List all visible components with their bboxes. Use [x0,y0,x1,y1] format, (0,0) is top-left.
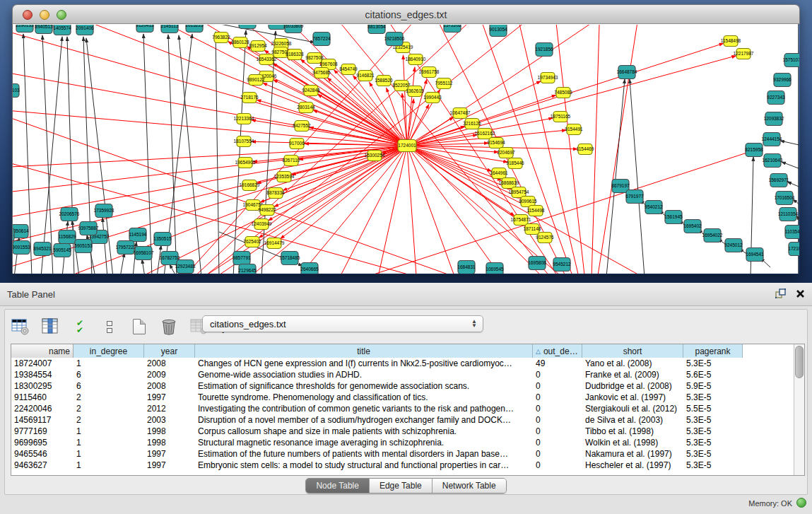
network-node-teal[interactable]: 9540212 [645,201,663,214]
network-node-yellow[interactable]: 7485083 [554,88,572,98]
float-window-icon[interactable] [775,288,786,302]
network-node-yellow[interactable]: 9890122 [247,75,265,86]
network-node-yellow[interactable]: 2803144 [297,103,315,113]
network-node-teal[interactable]: 9245012 [724,239,743,252]
network-node-yellow[interactable]: 3216126 [463,119,481,129]
network-edge[interactable] [102,218,107,277]
network-node-yellow[interactable]: 1644961 [490,168,508,179]
network-node-yellow[interactable]: 2204697 [497,148,515,158]
network-graph[interactable]: 1724001796382288601288912954232260589827… [0,0,812,283]
network-node-teal[interactable]: 1103545 [785,226,803,239]
network-node-teal[interactable]: 9227343 [767,91,785,105]
network-node-teal[interactable]: 16958107 [134,247,154,260]
network-edge[interactable] [142,259,145,277]
column-header-title[interactable]: title [195,344,533,358]
network-node-yellow[interactable]: 9475685 [312,68,331,78]
table-row[interactable]: 977716911998Corpus callosum shape and si… [11,426,794,437]
table-row[interactable]: 911546021997Tourette syndrome. Phenomeno… [11,392,794,403]
network-node-teal[interactable]: 1721045 [788,243,806,256]
network-node-teal[interactable]: 1695808 [528,257,546,270]
network-node-yellow[interactable]: 917006 [289,139,305,149]
network-node-teal[interactable]: 9857791 [233,252,251,265]
network-node-teal[interactable]: 1921856 [535,43,553,57]
network-node-yellow[interactable]: 18107554 [234,136,254,147]
network-node-teal[interactable]: 15692971 [769,174,789,187]
network-node-yellow[interactable]: 1154469 [577,144,594,155]
network-edge[interactable] [407,146,502,180]
network-node-yellow[interactable]: 1724001 [398,140,416,152]
network-node-yellow[interactable]: 1990443 [423,93,442,103]
network-node-yellow[interactable]: 8860128 [231,37,249,48]
network-node-teal[interactable]: 5905153 [74,240,93,253]
scrollbar-thumb[interactable] [795,346,804,378]
tab-network-table[interactable]: Network Table [433,479,506,493]
network-node-yellow[interactable]: 2718176 [240,93,259,103]
network-node-yellow[interactable]: 1154498 [527,206,545,216]
network-node-teal[interactable]: 8215958 [745,144,763,157]
network-node-teal[interactable]: 5905145 [53,244,71,257]
network-node-teal[interactable]: 15718485 [280,252,300,265]
network-node-teal[interactable]: 2056103 [1,84,20,98]
network-node-teal[interactable]: 9329966 [773,74,792,87]
table-source-dropdown[interactable]: citations_edges.txt ▲▼ [202,315,483,332]
column-header-pagerank[interactable]: pagerank [683,344,743,358]
network-edge[interactable] [179,35,201,277]
table-row[interactable]: 946362711997Embryonic stem cells: a mode… [11,460,794,471]
network-edge[interactable] [120,253,124,277]
network-node-teal[interactable]: 8945321 [33,243,52,256]
network-node-yellow[interactable]: 18751165 [551,112,571,122]
network-edge[interactable] [590,0,601,283]
network-edge[interactable] [403,55,407,146]
network-node-yellow[interactable]: 9185446 [506,158,524,169]
network-node-teal[interactable]: 2129645 [238,264,257,278]
network-node-teal[interactable]: 12444154 [762,133,782,146]
network-node-yellow[interactable]: 9124576 [536,233,554,243]
network-node-teal[interactable]: 9545212 [553,258,571,271]
network-node-yellow[interactable]: 11548498 [721,36,741,47]
network-edge[interactable] [313,110,407,146]
network-node-teal[interactable]: 1561945 [664,211,683,224]
network-edge[interactable] [0,146,407,170]
network-edge[interactable] [157,245,161,277]
network-edge[interactable] [551,0,590,283]
network-node-yellow[interactable]: 8427552 [293,121,311,132]
column-header-in_degree[interactable]: in_degree [73,344,144,358]
table-row[interactable]: 1872400712008Changes of HCN gene express… [11,358,794,369]
network-edge[interactable] [782,162,802,170]
table-row[interactable]: 946554611997Estimation of the future num… [11,448,794,460]
trash-icon[interactable] [159,317,179,337]
network-node-yellow[interactable]: 7625402 [243,237,261,247]
network-node-yellow[interactable]: 16914479 [264,238,285,249]
column-header-short[interactable]: short [582,344,683,358]
network-node-yellow[interactable]: 7963822 [212,33,230,43]
network-node-yellow[interactable]: 12353594 [274,172,295,182]
network-node-yellow[interactable]: 9498222 [258,205,276,216]
tab-node-table[interactable]: Node Table [306,479,370,493]
network-edge[interactable] [780,141,802,146]
network-edge[interactable] [590,0,643,283]
network-node-teal[interactable]: 12110354 [778,208,799,221]
network-node-teal[interactable]: 1684831 [457,261,476,274]
column-header-out_de[interactable]: △out_de… [533,344,582,358]
network-node-teal[interactable]: 16210643 [763,154,783,168]
network-node-yellow[interactable]: 8267110 [283,156,300,166]
network-node-yellow[interactable]: 18640910 [406,54,426,65]
clear-selection-icon[interactable] [100,317,119,337]
new-document-icon[interactable] [129,317,149,337]
network-node-yellow[interactable]: 1588520 [375,76,393,86]
network-node-yellow[interactable]: 8186328 [286,49,304,60]
toggle-columns-icon[interactable] [40,317,60,337]
network-node-teal[interactable]: 1695402 [683,220,702,233]
network-node-yellow[interactable]: 9242848 [302,86,320,96]
network-edge[interactable] [630,79,645,277]
network-node-teal[interactable]: 1350515 [153,233,172,246]
network-node-yellow[interactable]: 1362615 [406,86,424,97]
network-edge[interactable] [606,79,625,277]
table-row[interactable]: 1456911722003Disruption of a novel membe… [11,414,794,426]
network-node-yellow[interactable]: 9146821 [356,71,375,81]
column-header-year[interactable]: year [144,344,195,358]
network-edge[interactable] [0,106,407,146]
network-node-yellow[interactable]: 19654905 [235,158,256,168]
network-node-yellow[interactable]: 12213364 [234,114,254,124]
select-all-icon[interactable]: ✔✔ [70,317,90,337]
